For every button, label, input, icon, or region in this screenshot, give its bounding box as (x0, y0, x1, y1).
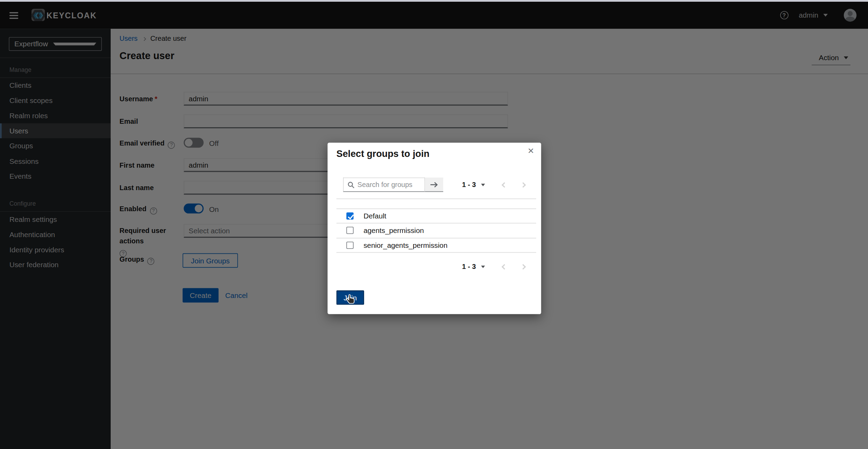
pagination-top: 1 - 3 (462, 178, 525, 192)
pagination-range-dropdown[interactable]: 1 - 3 (462, 181, 485, 188)
group-name: senior_agents_permission (363, 241, 447, 249)
search-icon (348, 181, 355, 188)
previous-page-icon[interactable] (502, 182, 507, 187)
select-groups-modal: Select groups to join × 1 - 3 Default (327, 143, 541, 314)
checkbox-agents-permission[interactable] (347, 227, 354, 234)
previous-page-icon[interactable] (502, 264, 507, 269)
group-search-row (343, 178, 443, 192)
group-search-box (343, 178, 425, 192)
group-name: Default (363, 212, 386, 220)
group-search-input[interactable] (358, 181, 425, 188)
group-row-agents-permission[interactable]: agents_permission (336, 223, 536, 238)
chevron-down-icon (481, 184, 485, 186)
join-button[interactable]: Join (336, 290, 364, 305)
next-page-icon[interactable] (520, 264, 526, 269)
table-divider (336, 198, 536, 199)
checkbox-default[interactable] (347, 212, 354, 219)
pagination-range-dropdown[interactable]: 1 - 3 (462, 263, 485, 270)
checkbox-senior-agents-permission[interactable] (347, 242, 354, 249)
group-name: agents_permission (363, 226, 424, 235)
modal-title: Select groups to join (336, 149, 430, 160)
next-page-icon[interactable] (520, 182, 526, 187)
pagination-bottom: 1 - 3 (462, 259, 525, 274)
browser-edge-strip (0, 0, 868, 2)
keycloak-admin-console: KEYCLOAK ? admin Expertflow Manage Clien… (0, 0, 868, 449)
search-submit-button[interactable] (425, 178, 443, 192)
close-icon[interactable]: × (528, 146, 534, 156)
chevron-down-icon (481, 265, 485, 268)
group-row-default[interactable]: Default (336, 209, 536, 223)
arrow-right-icon (430, 181, 438, 188)
group-row-senior-agents-permission[interactable]: senior_agents_permission (336, 238, 536, 253)
